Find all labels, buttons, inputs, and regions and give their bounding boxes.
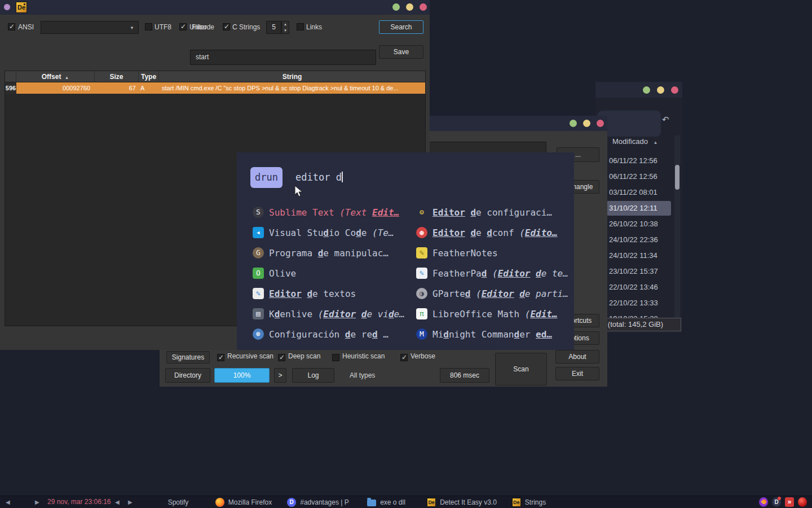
- utf8-checkbox[interactable]: [145, 23, 152, 30]
- log-button[interactable]: Log: [292, 368, 334, 383]
- signatures-button[interactable]: Signatures: [166, 351, 210, 364]
- launcher-item-text-editor[interactable]: ✎Editor de textos: [253, 283, 411, 304]
- launcher-item-libreoffice-math[interactable]: πLibreOffice Math (Edit…: [416, 304, 574, 324]
- log-button-label: Log: [307, 369, 319, 382]
- about-button[interactable]: About: [555, 350, 599, 364]
- scan-option-verbose[interactable]: Verbose: [400, 352, 408, 361]
- launcher-item-network-configuration[interactable]: ⊕Configuración de red …: [253, 324, 411, 344]
- ansi-checkbox[interactable]: [8, 23, 15, 30]
- scan-option-heuristic-scan[interactable]: Heuristic scan: [332, 352, 339, 361]
- taskbar-item--advantages-p[interactable]: #advantages | P: [279, 496, 358, 508]
- launcher-item-sublime-text[interactable]: SSublime Text (Text Edit…: [253, 202, 411, 222]
- save-button[interactable]: Save: [379, 45, 423, 59]
- spinner-arrows[interactable]: ▲▼: [281, 21, 289, 34]
- minimize-button[interactable]: [392, 3, 400, 11]
- maximize-button[interactable]: [657, 86, 664, 94]
- checkbox-label: Verbose: [411, 352, 435, 360]
- filter-input[interactable]: start: [190, 50, 376, 65]
- table-row[interactable]: 596 00092760 67 A start /MIN cmd.exe /C …: [5, 82, 425, 94]
- launcher-mode-badge[interactable]: drun: [250, 167, 283, 188]
- launcher-item-label: LibreOffice Math (Edit…: [433, 309, 558, 319]
- file-row-date[interactable]: 03/11/22 08:01: [607, 185, 671, 200]
- feathernotes-icon: ✎: [416, 247, 427, 259]
- file-row-date[interactable]: 24/10/22 11:34: [607, 248, 671, 263]
- launcher-item-olive[interactable]: OOlive: [253, 263, 411, 283]
- launcher-item-gparted[interactable]: ◑GParted (Editor de parti…: [416, 283, 574, 304]
- scan-option-deep-scan[interactable]: Deep scan: [278, 352, 285, 361]
- launcher-item-label: Editor de configuraci…: [433, 207, 552, 218]
- file-row-date[interactable]: 06/11/22 12:56: [607, 154, 671, 168]
- c-strings-checkbox[interactable]: [223, 23, 230, 30]
- scan-option-recursive-scan[interactable]: Recursive scan: [217, 352, 224, 361]
- red-arrows-icon[interactable]: [785, 497, 794, 507]
- gparted-icon: ◑: [416, 288, 427, 299]
- offset-column-header[interactable]: Offset▲: [16, 71, 95, 82]
- refresh-icon[interactable]: ↶: [662, 115, 669, 125]
- launcher-item-label: Editor de textos: [269, 288, 356, 299]
- launcher-item-midnight-commander[interactable]: MMidnight Commander ed…: [416, 324, 574, 344]
- c-strings-count-spinner[interactable]: 5: [266, 21, 281, 34]
- file-row-date[interactable]: 22/10/22 13:46: [607, 280, 671, 295]
- file-manager-titlebar[interactable]: [595, 82, 682, 98]
- string-column-header[interactable]: String: [159, 71, 425, 82]
- maximize-button[interactable]: [583, 120, 590, 127]
- minimize-button[interactable]: [643, 86, 650, 94]
- die-icon: [427, 498, 436, 507]
- exit-button[interactable]: Exit: [555, 367, 599, 380]
- launcher-item-configuration-editor[interactable]: ⚙Editor de configuraci…: [416, 202, 574, 222]
- launcher-item-label: GParted (Editor de parti…: [433, 288, 568, 299]
- file-list-scrollbar[interactable]: [674, 135, 680, 330]
- close-button[interactable]: [420, 3, 427, 11]
- expand-button-label: >: [278, 369, 282, 382]
- taskbar-item-exe-o-dll[interactable]: exe o dll: [351, 496, 422, 508]
- launcher-item-gimp[interactable]: GPrograma de manipulac…: [253, 243, 411, 263]
- taskbar-item-mozilla-firefox[interactable]: Mozilla Firefox: [208, 496, 280, 508]
- visual-studio-code-icon: ◂: [253, 227, 264, 238]
- launcher-item-label: Programa de manipulac…: [269, 248, 389, 259]
- taskbar: ◀ ▶ 29 nov, mar 23:06:16 ◀ ▶ SpotifyMozi…: [0, 496, 812, 508]
- all-types-selector[interactable]: All types: [350, 371, 375, 379]
- file-row-date[interactable]: 24/10/22 22:36: [607, 233, 671, 247]
- file-row-date[interactable]: 31/10/22 12:11: [607, 201, 671, 216]
- taskbar-item-detect-it-easy-v3-0[interactable]: Detect It Easy v3.0: [422, 496, 502, 508]
- type-column-header[interactable]: Type: [139, 71, 159, 82]
- system-tray: [759, 497, 807, 507]
- file-row-date[interactable]: 23/10/22 15:37: [607, 264, 671, 279]
- unicode-checkbox[interactable]: [179, 23, 187, 30]
- file-row-date[interactable]: 22/10/22 13:33: [607, 296, 671, 310]
- taskbar-item-strings[interactable]: Strings: [496, 496, 562, 508]
- codepage-dropdown[interactable]: ▼: [41, 21, 139, 34]
- close-button[interactable]: [597, 120, 604, 127]
- launcher-results-column-left: SSublime Text (Text Edit…◂Visual Studio …: [253, 202, 411, 344]
- launcher-item-featherpad[interactable]: ✎FeatherPad (Editor de te…: [416, 263, 574, 283]
- record-icon[interactable]: [798, 497, 807, 507]
- strings-titlebar[interactable]: De: [0, 0, 430, 15]
- expand-button[interactable]: >: [274, 368, 286, 383]
- sort-ascending-icon: ▲: [654, 140, 658, 145]
- taskbar-item-spotify[interactable]: Spotify: [147, 496, 210, 508]
- search-button[interactable]: Search: [379, 20, 423, 34]
- flameshot-icon[interactable]: [759, 497, 768, 507]
- row-number-column-header[interactable]: [5, 71, 16, 82]
- discord-tray-icon[interactable]: [772, 497, 781, 507]
- directory-button[interactable]: Directory: [165, 368, 210, 383]
- strings-table-header[interactable]: Offset▲ Size Type String: [5, 71, 425, 82]
- checkbox-label: Heuristic scan: [342, 352, 385, 360]
- launcher-item-dconf-editor[interactable]: ●Editor de dconf (Edito…: [416, 222, 574, 243]
- minimize-button[interactable]: [570, 120, 577, 127]
- scrollbar-thumb[interactable]: [675, 165, 679, 190]
- taskbar-item-label: Mozilla Firefox: [228, 498, 272, 506]
- launcher-item-visual-studio-code[interactable]: ◂Visual Studio Code (Te…: [253, 222, 411, 243]
- launcher-search-input[interactable]: editor d: [295, 172, 343, 183]
- launcher-item-kdenlive[interactable]: ▤Kdenlive (Editor de vide…: [253, 304, 411, 324]
- links-checkbox[interactable]: [297, 23, 304, 30]
- maximize-button[interactable]: [406, 3, 413, 11]
- launcher-item-feathernotes[interactable]: ✎FeatherNotes: [416, 243, 574, 263]
- file-row-date[interactable]: 26/10/22 10:38: [607, 217, 671, 231]
- scan-button[interactable]: Scan: [495, 353, 547, 386]
- close-button[interactable]: [671, 86, 678, 94]
- configuration-editor-icon: ⚙: [416, 207, 427, 218]
- size-column-header[interactable]: Size: [95, 71, 139, 82]
- modified-column-header[interactable]: Modificado ▲: [612, 137, 657, 146]
- file-row-date[interactable]: 06/11/22 12:56: [607, 169, 671, 184]
